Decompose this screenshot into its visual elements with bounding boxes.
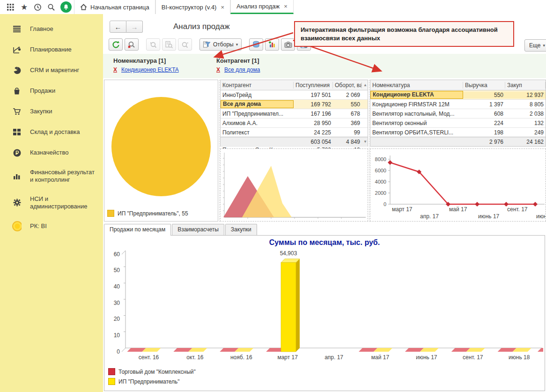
column-header[interactable]: Номенклатура	[370, 82, 463, 89]
remove-filter-icon[interactable]: X	[216, 67, 220, 73]
area-chart[interactable]	[221, 149, 368, 221]
sidebar-item-crm[interactable]: CRM и маркетинг	[0, 60, 103, 81]
bar-chart[interactable]: 0 10 20 30 40 50 60	[104, 247, 544, 365]
cell-value: 167 196	[294, 111, 333, 117]
search-next-button[interactable]	[178, 38, 192, 51]
back-button[interactable]: ←	[110, 21, 126, 33]
splitter[interactable]	[369, 80, 369, 222]
total-value: 2 976	[463, 139, 505, 145]
sidebar-item-purchases[interactable]: Закупки	[0, 101, 103, 122]
column-header[interactable]: Поступления	[294, 82, 333, 89]
tab-settlements[interactable]: Взаиморасчеты	[172, 224, 224, 235]
tab-sales-by-month[interactable]: Продажи по месяцам	[104, 224, 171, 236]
search-clear-icon	[127, 41, 136, 49]
search-icon[interactable]	[44, 0, 58, 14]
scroll-down-icon[interactable]: ▼	[363, 140, 367, 144]
y-tick: 50	[114, 267, 120, 274]
bar-mart-17[interactable]	[281, 259, 300, 352]
sidebar-item-admin[interactable]: НСИ и администрирование	[0, 190, 103, 216]
filter-group-nomenclature: Номенклатура [1] X Кондиционер ELEKTA	[113, 57, 179, 73]
snapshot-button[interactable]	[281, 38, 295, 51]
sidebar-item-finance[interactable]: Финансовый результат и контроллинг	[0, 163, 103, 190]
tab-home[interactable]: Начальная страница	[74, 0, 155, 14]
line-chart[interactable]: 0 2000 4000 6000 8000 март 17	[370, 149, 546, 221]
cell-value: 550	[463, 92, 505, 98]
pie-chart-panel[interactable]: ИП "Предприниматель", 55	[104, 80, 218, 222]
tab-purchases[interactable]: Закупки	[225, 224, 257, 235]
area-chart-panel[interactable]	[220, 148, 368, 222]
chevron-down-icon: ▾	[236, 42, 238, 47]
refresh-icon	[112, 41, 120, 49]
global-icons: ★	[0, 0, 74, 14]
x-tick: июнь 18	[509, 354, 530, 361]
tab-sales-analysis[interactable]: Анализ продаж ×	[230, 0, 294, 14]
x-tick: сент. 17	[463, 354, 483, 361]
table-row[interactable]: Политекст 24 225 99	[221, 128, 368, 137]
cell-value: 2 069	[333, 92, 362, 98]
search-prev-button[interactable]	[146, 38, 160, 51]
scroll-up-icon[interactable]: ▲	[363, 83, 367, 87]
table-row-selected[interactable]: Кондиционер ELEKTA 550 12 937	[370, 90, 546, 100]
sidebar-item-warehouse[interactable]: Склад и доставка	[0, 122, 103, 142]
bar-chart-panel[interactable]: Суммы по месяцам, тыс. руб. 0 10 20 30 4…	[104, 235, 545, 391]
apps-grid-icon[interactable]	[4, 0, 17, 14]
tab-label: Анализ продаж	[236, 3, 280, 10]
table-row[interactable]: ИнноТрейд 197 501 2 069	[221, 90, 368, 100]
table-row[interactable]: ИП "Предпринимател... 167 196 678	[221, 109, 368, 118]
add-chart-button[interactable]	[265, 38, 279, 51]
tab-bi-constructor[interactable]: BI-конструктор (v.4) ×	[155, 0, 230, 14]
refresh-button[interactable]	[109, 38, 123, 51]
table-row[interactable]: Алхимов А.А. 28 950 369	[221, 118, 368, 128]
filter-value-link[interactable]: Все для дома	[224, 67, 260, 73]
search-list-button[interactable]	[162, 38, 176, 51]
mini-bars	[127, 348, 544, 352]
filter-group-counterparty: Контрагент [1] X Все для дома	[216, 57, 260, 73]
splitter[interactable]	[219, 80, 220, 222]
legend-label: Торговый дом "Комплексный"	[118, 369, 196, 375]
table-row[interactable]: Вентилятор оконный 224 132	[370, 118, 546, 128]
search-next-icon	[181, 41, 189, 49]
more-button[interactable]: Еще ▾	[524, 39, 546, 52]
filters-dropdown-button[interactable]: Отборы ▾	[199, 38, 242, 51]
table-row[interactable]: Вентилятор ОРБИТА,STERLI... 198 249	[370, 128, 546, 137]
total-value: 24 162	[505, 139, 546, 145]
table-row[interactable]: Вентилятор настольный, Мод... 608 2 038	[370, 109, 546, 118]
column-header[interactable]: Выручка	[463, 82, 505, 89]
sidebar-item-sales[interactable]: Продажи	[0, 81, 103, 101]
cell-value: 550	[333, 101, 362, 108]
nomenclature-table: Номенклатура Выручка Закуп Кондиционер E…	[370, 80, 546, 147]
column-header[interactable]: Закуп	[505, 82, 546, 89]
bar-chart-title: Суммы по месяцам, тыс. руб.	[104, 236, 545, 247]
notifications-button[interactable]	[58, 0, 74, 14]
chevron-down-icon: ▾	[543, 43, 545, 48]
x-tick: нояб. 16	[230, 354, 252, 361]
sidebar: Главное Планирование CRM и маркетинг Про…	[0, 14, 103, 392]
sidebar-item-planning[interactable]: Планирование	[0, 39, 103, 60]
filter-value-link[interactable]: Кондиционер ELEKTA	[121, 67, 179, 73]
cell-value: 132	[505, 120, 546, 126]
sidebar-item-main[interactable]: Главное	[0, 19, 103, 39]
bar-chart-icon	[12, 171, 22, 181]
sidebar-item-rk-bi[interactable]: РК: BI	[0, 216, 103, 237]
sidebar-item-treasury[interactable]: Казначейство	[0, 142, 103, 163]
column-header[interactable]: Оборот, вал.	[333, 82, 362, 89]
remove-filter-icon[interactable]: X	[113, 67, 117, 73]
page-title: Анализ продаж	[173, 22, 230, 31]
history-clock-icon[interactable]	[31, 0, 44, 14]
table-row-selected[interactable]: Все для дома 169 792 550	[221, 100, 368, 109]
cell-name: ИнноТрейд	[221, 92, 294, 98]
table-row[interactable]: Кондиционер FIRMSTAR 12M 1 397 8 805	[370, 100, 546, 109]
pie-legend-item: ИП "Предприниматель", 55	[104, 208, 218, 218]
y-tick: 2000	[375, 190, 386, 196]
tab-label: BI-конструктор (v.4)	[162, 4, 217, 11]
column-header[interactable]: Контрагент	[221, 82, 294, 89]
bar-legend-item: Торговый дом "Комплексный"	[104, 367, 545, 377]
close-icon[interactable]: ×	[284, 3, 288, 10]
pie-chart[interactable]	[104, 80, 218, 207]
clear-filter-search-button[interactable]	[125, 38, 139, 51]
line-chart-panel[interactable]: 0 2000 4000 6000 8000 март 17	[370, 148, 546, 222]
database-button[interactable]	[249, 38, 263, 51]
close-icon[interactable]: ×	[221, 4, 224, 11]
favorites-star-icon[interactable]: ★	[17, 0, 31, 14]
line-series	[390, 163, 535, 204]
